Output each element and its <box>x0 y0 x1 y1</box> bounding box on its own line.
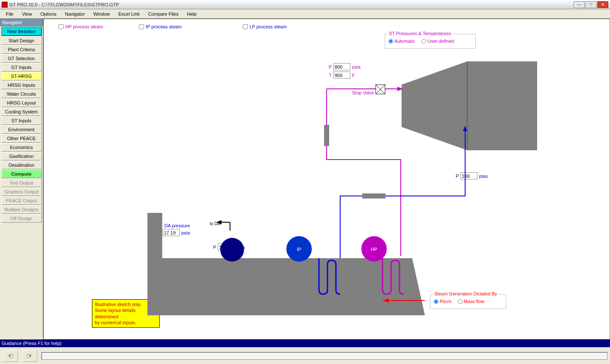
steam-gen-group: Steam Generation Dictated By Pinch Mass … <box>430 294 506 309</box>
titlebar: GT PRO 20.0 - C:\TFLOW20\MYFILES\GTPRO.G… <box>0 0 610 9</box>
hp-process-checkbox[interactable] <box>58 24 64 29</box>
menu-excel-link[interactable]: Excel Link <box>114 11 144 17</box>
hp-drum-label: HP <box>371 247 377 252</box>
radio-automatic[interactable]: Automatic <box>388 39 415 44</box>
da-pressure-label: DA pressure <box>164 223 190 228</box>
pressure-ip-row: P psia <box>454 172 488 179</box>
ip-coil-icon <box>319 258 340 294</box>
nav-graphics-output[interactable]: Graphics Output <box>1 188 42 196</box>
hp-process-steam-check[interactable]: HP process steam <box>58 24 103 29</box>
steam-gen-legend: Steam Generation Dictated By <box>433 291 499 296</box>
da-configuration-label: DA configuration <box>162 270 197 275</box>
svg-line-4 <box>376 85 385 94</box>
bottom-toolbar: ☜ ☞ <box>0 347 610 364</box>
menu-help[interactable]: Help <box>183 11 201 17</box>
nav-other-peace[interactable]: Other PEACE <box>1 134 42 143</box>
nav-gt-selection[interactable]: GT Selection <box>1 54 42 63</box>
nav-text-output[interactable]: Text Output <box>1 179 42 187</box>
window-title: GT PRO 20.0 - C:\TFLOW20\MYFILES\GTPRO.G… <box>9 2 574 7</box>
turbine-lp-icon <box>467 61 537 150</box>
nav-desalination[interactable]: Desalination <box>1 161 42 169</box>
svg-line-3 <box>376 85 385 94</box>
temperature-main-row: T F <box>327 72 355 79</box>
illustrative-note: Illustrative sketch only. Some layout de… <box>92 299 160 328</box>
pressure-main-input[interactable] <box>333 63 350 70</box>
exhaust-temperature: 992.1 F <box>404 311 419 316</box>
nav-st-hrsg[interactable]: ST-HRSG <box>1 72 42 80</box>
nav-plant-criteria[interactable]: Plant Criteria <box>1 45 42 54</box>
navigator-header: Navigator <box>0 19 43 26</box>
menu-file[interactable]: File <box>2 11 18 17</box>
svg-rect-5 <box>324 125 329 146</box>
ips-exit-input[interactable] <box>307 303 324 310</box>
nav-environment[interactable]: Environment <box>1 125 42 134</box>
to-da-label: to DA <box>210 221 220 226</box>
nav-water-circuits[interactable]: Water Circuits <box>1 90 42 98</box>
nav-cooling-system[interactable]: Cooling System <box>1 108 42 116</box>
nav-start-design[interactable]: Start Design <box>1 36 42 45</box>
ip-process-checkbox[interactable] <box>139 24 144 29</box>
diagram-canvas: HP process steam IP process steam LP pro… <box>43 19 610 339</box>
radio-user-defined[interactable]: User-defined <box>421 39 454 44</box>
minimize-button[interactable]: — <box>574 1 585 8</box>
stop-valve-label: Stop Valve <box>352 90 374 95</box>
nav-peace-output[interactable]: PEACE Output <box>1 196 42 205</box>
menubar: File View Options Navigator Window Excel… <box>0 9 610 19</box>
app-icon <box>2 2 8 8</box>
nav-gasification[interactable]: Gasification <box>1 152 42 160</box>
st-pressures-legend: ST Pressures & Temperatures <box>388 31 452 36</box>
ips-exit-row: F <box>307 303 328 310</box>
new-session-button[interactable]: New Session <box>1 27 42 36</box>
radio-mass-flow[interactable]: Mass flow <box>458 299 485 304</box>
lp-process-checkbox[interactable] <box>243 24 248 29</box>
menu-compare-files[interactable]: Compare Files <box>144 11 183 17</box>
next-hand-button[interactable]: ☞ <box>22 350 37 362</box>
ip-drum-label: IP <box>297 247 301 252</box>
nav-st-inputs[interactable]: ST Inputs <box>1 116 42 125</box>
svg-marker-1 <box>397 87 403 91</box>
nav-gt-inputs[interactable]: GT Inputs <box>1 63 42 72</box>
hrsg-casing-icon <box>147 213 425 315</box>
horizontal-scrollbar[interactable] <box>42 352 607 360</box>
menu-navigator[interactable]: Navigator <box>61 11 89 17</box>
hp-drum-icon <box>361 236 387 262</box>
guidance-bar: Guidance (Press F1 for help) <box>0 339 610 347</box>
pressure-ip-input[interactable] <box>460 172 477 179</box>
pressure-da-input[interactable] <box>218 243 235 251</box>
da-configuration-select[interactable]: Integral DA/LPB <box>162 276 213 283</box>
compute-button[interactable]: Compute <box>1 170 42 178</box>
menu-options[interactable]: Options <box>36 11 61 17</box>
hp-coil-icon <box>383 258 404 294</box>
close-button[interactable]: ✕ <box>597 1 608 8</box>
menu-window[interactable]: Window <box>89 11 114 17</box>
svg-rect-2 <box>376 85 385 94</box>
nav-hrsg-layout[interactable]: HRSG Layout <box>1 99 42 107</box>
svg-marker-11 <box>383 298 389 303</box>
nav-multiple-designs[interactable]: Multiple Designs <box>1 205 42 214</box>
lp-process-steam-check[interactable]: LP process steam <box>243 24 287 29</box>
da-pressure-input[interactable] <box>163 229 180 236</box>
navigator-panel: Navigator New Session Start Design Plant… <box>0 19 43 339</box>
nav-off-design[interactable]: Off Design <box>1 214 42 223</box>
radio-pinch[interactable]: Pinch <box>434 299 452 304</box>
st-pressures-group: ST Pressures & Temperatures Automatic Us… <box>385 34 476 49</box>
menu-view[interactable]: View <box>18 11 36 17</box>
pressure-main-row: P psia <box>327 63 360 70</box>
temperature-main-input[interactable] <box>333 72 350 79</box>
maximize-button[interactable]: □ <box>585 1 596 8</box>
svg-rect-7 <box>362 193 385 199</box>
nav-economics[interactable]: Economics <box>1 143 42 152</box>
ip-drum-icon <box>286 236 312 262</box>
turbine-hp-icon <box>402 61 467 150</box>
prev-hand-button[interactable]: ☜ <box>3 350 18 362</box>
ips-exit-label: IPS exit <box>308 297 324 302</box>
nav-hrsg-inputs[interactable]: HRSG Inputs <box>1 81 42 89</box>
ip-process-steam-check[interactable]: IP process steam <box>139 24 182 29</box>
pressure-da-row: P psia <box>211 243 245 251</box>
svg-marker-6 <box>463 126 467 131</box>
da-pressure-row: psia <box>163 229 190 236</box>
